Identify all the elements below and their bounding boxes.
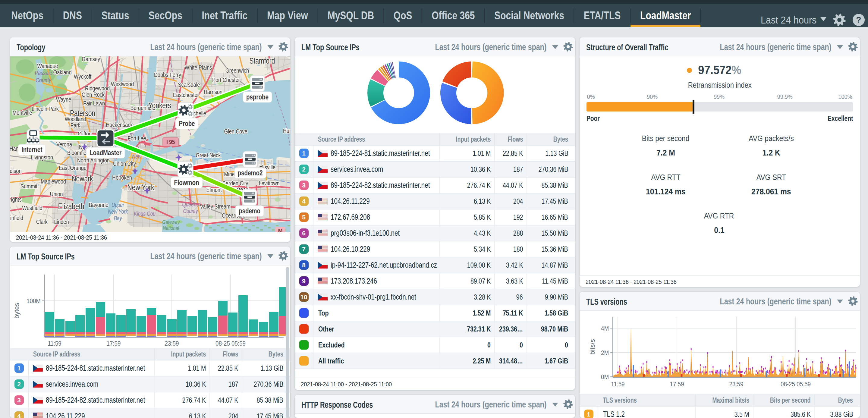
svg-text:Maplewood: Maplewood: [41, 178, 66, 185]
svg-text:0M: 0M: [601, 373, 609, 381]
svg-text:?: ?: [856, 15, 861, 24]
svg-text:Wanaque: Wanaque: [37, 62, 58, 69]
svg-text:Oakland: Oakland: [53, 69, 72, 76]
svg-text:County: County: [36, 76, 52, 84]
svg-text:Greenwich: Greenwich: [225, 67, 249, 74]
svg-text:2M: 2M: [601, 349, 609, 356]
svg-text:11:59: 11:59: [611, 380, 625, 388]
svg-text:Great Neck: Great Neck: [196, 152, 221, 159]
svg-text:Hoboken: Hoboken: [112, 174, 132, 181]
svg-text:Lincoln Park: Lincoln Park: [32, 105, 59, 112]
svg-text:Queens: Queens: [182, 201, 199, 207]
svg-text:Fort Lee: Fort Lee: [128, 135, 146, 142]
svg-text:Dobbs Ferry: Dobbs Ferry: [154, 71, 181, 78]
svg-text:psdemo: psdemo: [239, 207, 260, 215]
svg-text:Union City: Union City: [113, 160, 136, 167]
svg-text:Westwood: Westwood: [111, 81, 134, 87]
svg-text:LoadMaster: LoadMaster: [90, 149, 121, 157]
svg-text:Stamford: Stamford: [250, 56, 275, 65]
svg-text:Ridgewood: Ridgewood: [85, 85, 110, 92]
svg-text:Port Chester: Port Chester: [212, 76, 240, 83]
svg-text:Montville: Montville: [13, 109, 32, 116]
svg-text:psprobe: psprobe: [246, 93, 269, 101]
svg-text:Ramsey: Ramsey: [82, 56, 100, 62]
svg-text:Fair Lawn: Fair Lawn: [83, 100, 105, 107]
svg-text:bytes: bytes: [13, 303, 21, 319]
svg-text:08-25 05:59: 08-25 05:59: [216, 340, 246, 347]
svg-text:Glen Cove: Glen Cove: [224, 128, 247, 135]
svg-text:Wyckoff: Wyckoff: [74, 73, 91, 80]
svg-text:17:59: 17:59: [107, 340, 121, 347]
svg-text:Woodland: Woodland: [65, 116, 86, 122]
svg-text:Newark: Newark: [72, 174, 93, 183]
svg-text:Summit: Summit: [21, 183, 37, 190]
svg-text:Verona: Verona: [56, 141, 72, 148]
svg-text:National: National: [163, 225, 179, 231]
svg-text:Scarsdale: Scarsdale: [178, 81, 200, 88]
svg-text:Westfield: Westfield: [22, 204, 42, 211]
svg-text:Elizabeth: Elizabeth: [58, 202, 84, 211]
svg-text:Yonkers: Yonkers: [149, 101, 171, 110]
svg-text:Passaic: Passaic: [35, 69, 52, 76]
svg-text:Linden: Linden: [54, 218, 69, 225]
svg-text:Probe: Probe: [179, 120, 195, 127]
svg-text:11:59: 11:59: [48, 340, 61, 347]
svg-text:Clark: Clark: [36, 218, 48, 225]
svg-text:Union: Union: [50, 190, 63, 197]
svg-text:Eastchester: Eastchester: [173, 91, 199, 98]
svg-text:Hun: Hun: [283, 127, 290, 134]
svg-text:New York: New York: [108, 208, 128, 215]
svg-text:dison: dison: [10, 167, 22, 174]
svg-text:23:59: 23:59: [165, 340, 179, 347]
svg-text:Gateway: Gateway: [162, 219, 180, 225]
svg-text:Valley Stream: Valley Stream: [200, 203, 230, 210]
svg-text:Park: Park: [70, 122, 81, 129]
svg-text:I 95: I 95: [166, 139, 175, 145]
svg-text:23:59: 23:59: [730, 380, 744, 388]
svg-text:Levittown: Levittown: [259, 180, 280, 187]
svg-text:bits/s: bits/s: [589, 339, 596, 354]
svg-text:08-25 05:59: 08-25 05:59: [781, 380, 811, 388]
svg-text:County: County: [183, 207, 198, 214]
svg-text:ainfield: ainfield: [10, 214, 23, 221]
svg-text:Upper: Upper: [112, 202, 124, 208]
svg-text:East Orange: East Orange: [59, 164, 87, 171]
svg-text:ights: ights: [11, 196, 22, 203]
svg-text:Glen Rock: Glen Rock: [82, 91, 104, 98]
svg-text:Harrison: Harrison: [204, 88, 222, 95]
svg-text:Wayne: Wayne: [56, 96, 71, 103]
svg-text:Bayonne: Bayonne: [89, 201, 108, 208]
svg-text:Bay: Bay: [114, 215, 122, 222]
svg-text:Kings Cou: Kings Cou: [134, 211, 156, 217]
svg-text:New York: New York: [127, 183, 154, 192]
svg-text:psdemo2: psdemo2: [238, 169, 263, 177]
svg-text:100M: 100M: [27, 297, 41, 305]
svg-text:4M: 4M: [601, 325, 609, 332]
svg-text:Internet: Internet: [22, 146, 42, 154]
svg-text:17:59: 17:59: [670, 380, 684, 388]
svg-text:M: M: [278, 228, 283, 232]
svg-text:White Plains: White Plains: [185, 64, 212, 71]
svg-text:Flowmon: Flowmon: [174, 179, 199, 187]
